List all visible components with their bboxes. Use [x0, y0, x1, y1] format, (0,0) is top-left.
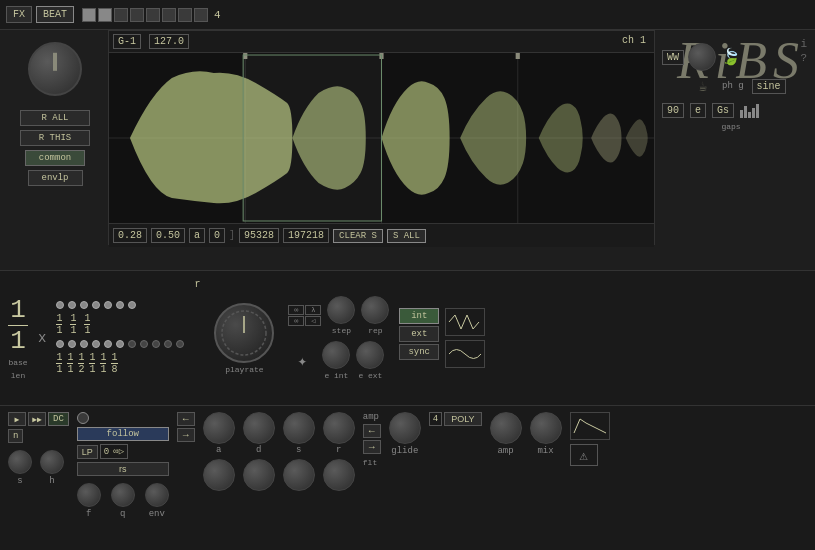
arrow-right-button[interactable]: →: [177, 428, 195, 442]
s-knob[interactable]: [8, 450, 32, 474]
r-all-button[interactable]: R ALL: [20, 110, 90, 126]
n-button[interactable]: n: [8, 429, 23, 443]
beat-step-4[interactable]: [130, 8, 144, 22]
dot-b4[interactable]: [92, 340, 100, 348]
poly-button[interactable]: POLY: [444, 412, 481, 426]
beat-steps: [82, 8, 208, 22]
main-knob[interactable]: [28, 42, 82, 96]
lp-button[interactable]: LP: [77, 445, 98, 459]
ph-g-knob[interactable]: [688, 43, 716, 71]
amp-arrow-right[interactable]: →: [363, 440, 381, 454]
dot-b1[interactable]: [56, 340, 64, 348]
a2-knob[interactable]: [203, 459, 235, 491]
wave-display-1: [445, 308, 485, 336]
s-all-button[interactable]: S ALL: [387, 229, 426, 243]
skip-button[interactable]: ▶▶: [28, 412, 46, 426]
h-knob-wrap: h: [40, 450, 64, 486]
val-0: 0: [104, 447, 109, 457]
dot-b10[interactable]: [164, 340, 172, 348]
wave-displays: [445, 308, 485, 368]
base-len: 1 1 base len: [8, 297, 28, 380]
h-label: h: [49, 476, 54, 486]
envlp-button[interactable]: envlp: [28, 170, 83, 186]
follow-button[interactable]: follow: [77, 427, 169, 441]
fx-button[interactable]: FX: [6, 6, 32, 23]
dot-b5[interactable]: [104, 340, 112, 348]
play-button[interactable]: ▶: [8, 412, 26, 426]
dot-3[interactable]: [80, 301, 88, 309]
ext-button[interactable]: ext: [399, 326, 439, 342]
oc-inf2-icon: ∞: [288, 316, 304, 326]
dc-button[interactable]: DC: [48, 412, 69, 426]
arrows-section: ← →: [177, 412, 195, 442]
mix-knob[interactable]: [530, 412, 562, 444]
r2-knob[interactable]: [323, 459, 355, 491]
lp-val-row: LP 0 ∞▷: [77, 444, 169, 459]
amp-final-knob[interactable]: [490, 412, 522, 444]
sync-button[interactable]: sync: [399, 344, 439, 360]
r-this-button[interactable]: R THIS: [20, 130, 90, 146]
beat-step-7[interactable]: [178, 8, 192, 22]
val90-label: 90: [662, 103, 684, 118]
glide-knob[interactable]: [389, 412, 421, 444]
beat-step-6[interactable]: [162, 8, 176, 22]
frac-b4: 11: [89, 352, 95, 375]
r2-knob-wrap: [323, 459, 355, 491]
transport-section: ▶ ▶▶ DC n s h: [8, 412, 69, 486]
d-knob[interactable]: [243, 412, 275, 444]
beat-step-8[interactable]: [194, 8, 208, 22]
beat-step-5[interactable]: [146, 8, 160, 22]
fqenv-knobs: f q env: [77, 483, 169, 519]
a-knob[interactable]: [203, 412, 235, 444]
e-int-knob[interactable]: [322, 341, 350, 369]
dot-2[interactable]: [68, 301, 76, 309]
rep-knob[interactable]: [361, 296, 389, 324]
dot-b11[interactable]: [176, 340, 184, 348]
s2-knob[interactable]: [283, 459, 315, 491]
r-knob[interactable]: [323, 412, 355, 444]
sparkle-icon: ✦: [288, 347, 316, 375]
dot-6[interactable]: [116, 301, 124, 309]
right-panel: WW 🍃 ☕ ph g sine 90 e Gs gaps: [662, 35, 810, 131]
waveform-canvas[interactable]: [109, 53, 654, 223]
beat-button[interactable]: BEAT: [36, 6, 74, 23]
env-knob[interactable]: [145, 483, 169, 507]
common-button[interactable]: common: [25, 150, 85, 166]
e-ext-knob[interactable]: [356, 341, 384, 369]
clear-s-button[interactable]: CLEAR S: [333, 229, 383, 243]
poly-section: 4 POLY: [429, 412, 482, 426]
beat-step-3[interactable]: [114, 8, 128, 22]
dot-b3[interactable]: [80, 340, 88, 348]
d2-knob[interactable]: [243, 459, 275, 491]
playrate-knob[interactable]: [214, 303, 274, 363]
dot-5[interactable]: [104, 301, 112, 309]
dot-b9[interactable]: [152, 340, 160, 348]
dot-b7[interactable]: [128, 340, 136, 348]
q-knob[interactable]: [111, 483, 135, 507]
rs-button[interactable]: rs: [77, 462, 169, 476]
dot-1[interactable]: [56, 301, 64, 309]
amp-arrow-left[interactable]: ←: [363, 424, 381, 438]
channel-label: ch 1: [622, 35, 646, 46]
amp-mix-section: amp mix: [490, 412, 562, 456]
int-ext-panel: int ext sync: [399, 308, 439, 360]
top-bar: FX BEAT 4: [0, 0, 815, 30]
dot-7[interactable]: [128, 301, 136, 309]
dot-b2[interactable]: [68, 340, 76, 348]
transport-row-1: ▶ ▶▶ DC: [8, 412, 69, 426]
step-rep-area: ∞ λ ∞ ◁ step rep ✦: [288, 296, 389, 380]
val-inf: ∞▷: [113, 446, 124, 457]
dot-b6[interactable]: [116, 340, 124, 348]
r-knob-wrap: r: [323, 412, 355, 455]
s-knob2[interactable]: [283, 412, 315, 444]
f-knob[interactable]: [77, 483, 101, 507]
coffee-icon: ☕: [692, 75, 714, 97]
dot-b8[interactable]: [140, 340, 148, 348]
step-knob[interactable]: [327, 296, 355, 324]
beat-step-1[interactable]: [82, 8, 96, 22]
int-button[interactable]: int: [399, 308, 439, 324]
dot-4[interactable]: [92, 301, 100, 309]
beat-step-2[interactable]: [98, 8, 112, 22]
h-knob[interactable]: [40, 450, 64, 474]
arrow-left-button[interactable]: ←: [177, 412, 195, 426]
